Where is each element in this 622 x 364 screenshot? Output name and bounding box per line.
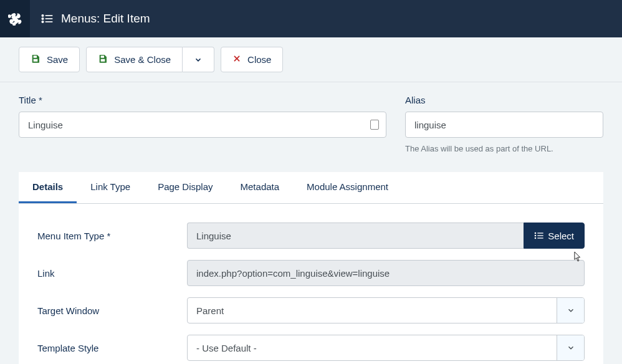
joomla-logo[interactable] bbox=[0, 0, 30, 37]
save-close-group: Save & Close bbox=[86, 47, 214, 72]
chevron-down-icon bbox=[194, 55, 203, 64]
menu-item-type-value: Linguise bbox=[187, 223, 524, 249]
page-title: Menus: Edit Item bbox=[61, 12, 150, 26]
title-input[interactable] bbox=[19, 112, 386, 138]
tab-details[interactable]: Details bbox=[19, 172, 77, 203]
menu-item-type-row: Menu Item Type * Linguise Select bbox=[37, 223, 585, 249]
list-icon bbox=[41, 12, 54, 25]
target-window-value: Parent bbox=[188, 298, 557, 323]
target-window-select[interactable]: Parent bbox=[187, 297, 585, 323]
save-icon bbox=[31, 54, 41, 65]
link-row: Link index.php?option=com_linguise&view=… bbox=[37, 260, 585, 286]
save-icon bbox=[98, 54, 108, 65]
alias-input[interactable] bbox=[405, 112, 603, 138]
svg-point-5 bbox=[42, 21, 44, 23]
tabs: Details Link Type Page Display Metadata … bbox=[19, 172, 603, 204]
save-close-button[interactable]: Save & Close bbox=[86, 47, 183, 72]
save-button[interactable]: Save bbox=[19, 47, 80, 72]
title-alias-row: Title * Alias The Alias will be used as … bbox=[19, 95, 603, 153]
save-dropdown-button[interactable] bbox=[183, 47, 214, 72]
list-icon bbox=[534, 231, 544, 241]
tab-module-assignment[interactable]: Module Assignment bbox=[293, 172, 402, 203]
tab-metadata[interactable]: Metadata bbox=[227, 172, 294, 203]
toolbar: Save Save & Close Close bbox=[0, 37, 622, 82]
template-style-select[interactable]: - Use Default - bbox=[187, 335, 585, 361]
title-label: Title * bbox=[19, 95, 386, 105]
template-style-row: Template Style - Use Default - bbox=[37, 335, 585, 361]
joomla-icon bbox=[8, 12, 22, 26]
select-menu-type-button[interactable]: Select bbox=[524, 223, 585, 249]
page-title-bar: Menus: Edit Item bbox=[30, 12, 150, 26]
template-style-value: - Use Default - bbox=[188, 335, 557, 360]
svg-point-4 bbox=[42, 18, 44, 20]
link-value: index.php?option=com_linguise&view=lingu… bbox=[187, 260, 585, 286]
svg-point-3 bbox=[42, 15, 44, 17]
menu-item-type-label: Menu Item Type * bbox=[37, 231, 187, 241]
svg-point-13 bbox=[535, 237, 536, 238]
template-style-label: Template Style bbox=[37, 343, 187, 353]
svg-point-11 bbox=[535, 232, 536, 233]
target-window-row: Target Window Parent bbox=[37, 297, 585, 323]
target-window-label: Target Window bbox=[37, 305, 187, 316]
close-button[interactable]: Close bbox=[221, 47, 283, 72]
chevron-down-icon bbox=[557, 298, 584, 323]
link-label: Link bbox=[37, 268, 187, 279]
title-col: Title * bbox=[19, 95, 386, 153]
alias-label: Alias bbox=[405, 95, 603, 105]
tab-link-type[interactable]: Link Type bbox=[77, 172, 144, 203]
content-area: Title * Alias The Alias will be used as … bbox=[0, 82, 622, 364]
alias-col: Alias The Alias will be used as part of … bbox=[405, 95, 603, 153]
alias-help-text: The Alias will be used as part of the UR… bbox=[405, 144, 603, 153]
tab-page-display[interactable]: Page Display bbox=[144, 172, 226, 203]
svg-point-12 bbox=[535, 235, 536, 236]
topbar: Menus: Edit Item bbox=[0, 0, 622, 37]
close-icon bbox=[232, 54, 241, 65]
details-panel: Menu Item Type * Linguise Select bbox=[19, 204, 603, 364]
chevron-down-icon bbox=[557, 335, 584, 360]
